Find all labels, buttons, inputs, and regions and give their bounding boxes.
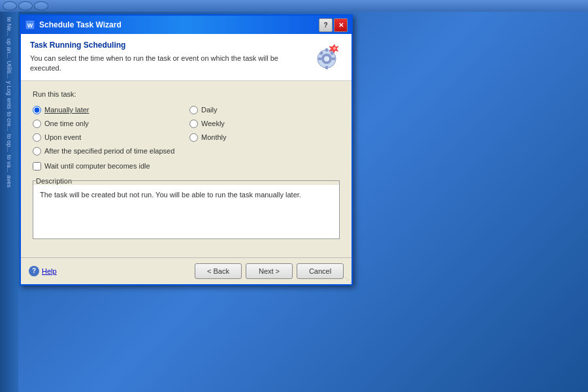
dialog-title: Schedule Task Wizard bbox=[39, 20, 122, 29]
svg-point-12 bbox=[333, 47, 336, 50]
radio-onetime-input[interactable] bbox=[33, 120, 41, 128]
description-inner: The task will be created but not run. Yo… bbox=[33, 185, 339, 238]
sidebar-text-3: Utiliti... bbox=[6, 61, 12, 78]
sidebar-text-1: te Ne... bbox=[6, 17, 12, 36]
radio-manually-input[interactable] bbox=[33, 106, 41, 114]
wizard-icon: W bbox=[25, 20, 35, 30]
header-title: Task Running Scheduling bbox=[30, 41, 285, 50]
svg-rect-6 bbox=[325, 66, 328, 69]
radio-weekly-input[interactable] bbox=[189, 120, 198, 128]
help-link[interactable]: Help bbox=[42, 267, 57, 275]
sidebar-text-5: ents bbox=[6, 98, 12, 109]
radio-manually-label[interactable]: Manually later bbox=[44, 106, 89, 114]
radio-uponevent[interactable]: Upon event bbox=[33, 133, 183, 142]
title-bar-left: W Schedule Task Wizard bbox=[25, 20, 122, 30]
radio-daily-label[interactable]: Daily bbox=[201, 106, 217, 114]
back-button[interactable]: < Back bbox=[195, 263, 242, 279]
title-bar-buttons: ? ✕ bbox=[319, 18, 348, 32]
radio-onetime[interactable]: One time only bbox=[33, 120, 183, 128]
footer-left: ? Help bbox=[29, 266, 57, 276]
taskbar-btn-3 bbox=[34, 1, 48, 10]
description-legend: Description bbox=[36, 177, 72, 185]
radio-daily[interactable]: Daily bbox=[189, 106, 340, 114]
sidebar-text-9: aves bbox=[6, 175, 12, 188]
next-button[interactable]: Next > bbox=[246, 263, 293, 279]
sidebar-text-2: up an... bbox=[6, 39, 12, 58]
taskbar bbox=[0, 0, 588, 12]
radio-weekly[interactable]: Weekly bbox=[189, 120, 340, 128]
radio-monthly-input[interactable] bbox=[189, 133, 198, 142]
sidebar-text-4: y Log bbox=[6, 81, 12, 95]
svg-rect-7 bbox=[318, 57, 321, 60]
title-bar: W Schedule Task Wizard ? ✕ bbox=[21, 16, 351, 34]
radio-monthly-label[interactable]: Monthly bbox=[201, 133, 227, 141]
taskbar-btn-2 bbox=[18, 1, 33, 10]
header-description: You can select the time when to run the … bbox=[30, 54, 285, 74]
close-button[interactable]: ✕ bbox=[334, 18, 348, 32]
svg-point-4 bbox=[324, 56, 329, 61]
dialog-footer: ? Help < Back Next > Cancel bbox=[21, 257, 351, 284]
radio-onetime-label[interactable]: One time only bbox=[44, 120, 89, 127]
run-label: Run this task: bbox=[33, 90, 340, 98]
radio-daily-input[interactable] bbox=[189, 106, 198, 114]
radio-afterperiod-input[interactable] bbox=[33, 147, 41, 155]
svg-rect-5 bbox=[325, 48, 328, 52]
sidebar-text-6: to cre... bbox=[6, 112, 12, 131]
dialog-body: Run this task: Manually later Daily One … bbox=[21, 81, 351, 257]
help-button[interactable]: ? bbox=[319, 18, 333, 32]
radio-manually[interactable]: Manually later bbox=[33, 106, 183, 114]
radio-uponevent-label[interactable]: Upon event bbox=[44, 133, 81, 141]
taskbar-btn-1 bbox=[3, 1, 17, 10]
radio-weekly-label[interactable]: Weekly bbox=[201, 120, 225, 127]
sidebar-text-8: to va... bbox=[6, 155, 12, 172]
dialog-header: Task Running Scheduling You can select t… bbox=[21, 34, 351, 81]
sidebar-strip: te Ne... up an... Utiliti... y Log ents … bbox=[0, 12, 18, 392]
wait-idle-row[interactable]: Wait until computer becomes idle bbox=[33, 162, 340, 171]
svg-text:W: W bbox=[27, 22, 33, 29]
schedule-task-wizard-dialog: W Schedule Task Wizard ? ✕ Task Running … bbox=[20, 14, 353, 286]
help-circle-icon: ? bbox=[29, 266, 39, 276]
radio-afterperiod-label[interactable]: After the specified period of time elaps… bbox=[44, 147, 174, 155]
header-text: Task Running Scheduling You can select t… bbox=[30, 41, 285, 74]
cancel-button[interactable]: Cancel bbox=[297, 263, 344, 279]
radio-uponevent-input[interactable] bbox=[33, 133, 41, 142]
sidebar-text-7: to op... bbox=[6, 134, 12, 152]
description-fieldset: Description The task will be created but… bbox=[33, 177, 340, 239]
radio-monthly[interactable]: Monthly bbox=[189, 133, 340, 142]
radio-afterperiod[interactable]: After the specified period of time elaps… bbox=[33, 147, 340, 155]
radio-options-grid: Manually later Daily One time only Weekl… bbox=[33, 106, 340, 155]
description-text: The task will be created but not run. Yo… bbox=[39, 188, 334, 233]
svg-rect-8 bbox=[332, 57, 335, 60]
resize-handle[interactable]: ⋱ bbox=[344, 276, 351, 284]
footer-buttons: < Back Next > Cancel bbox=[195, 263, 344, 279]
header-icon bbox=[311, 41, 342, 72]
wait-idle-checkbox[interactable] bbox=[33, 162, 41, 171]
wait-idle-label[interactable]: Wait until computer becomes idle bbox=[44, 162, 150, 170]
